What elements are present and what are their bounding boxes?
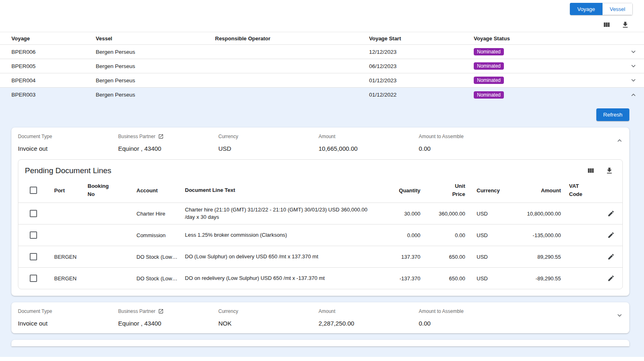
table-row[interactable]: BPER005 Bergen Perseus 06/12/2023 Nomina…	[0, 59, 644, 73]
unit-price-cell: 360,000.00	[420, 211, 465, 217]
status-badge: Nominated	[474, 77, 504, 84]
port-column-header: Port	[54, 187, 88, 194]
currency-value: USD	[218, 145, 319, 152]
vat-code-column-header: VAT Code	[561, 182, 600, 198]
top-bar: Voyage Vessel	[0, 0, 644, 18]
columns-icon[interactable]	[586, 166, 596, 176]
voyage-toggle-button[interactable]: Voyage	[570, 3, 602, 15]
port-cell: BERGEN	[54, 275, 88, 282]
status-badge: Nominated	[474, 62, 504, 70]
currency-column-header: Currency	[465, 187, 502, 194]
row-checkbox[interactable]	[30, 210, 37, 217]
currency-label: Currency	[218, 133, 319, 140]
edit-pencil-icon[interactable]	[606, 252, 616, 262]
pending-lines-header: Port Booking No Account Document Line Te…	[18, 178, 622, 203]
amount-column-header: Amount	[502, 187, 561, 194]
chevron-up-icon[interactable]	[615, 136, 624, 145]
voyage-cell: BPER003	[11, 92, 96, 98]
edit-pencil-icon[interactable]	[606, 209, 616, 218]
edit-pencil-icon[interactable]	[606, 230, 616, 240]
table-row[interactable]: BPER006 Bergen Perseus 12/12/2023 Nomina…	[0, 45, 644, 59]
document-card-partial	[11, 340, 629, 346]
amount-cell: 89,290.55	[502, 254, 561, 260]
row-checkbox[interactable]	[30, 253, 37, 260]
document-type-value: Invoice out	[18, 145, 118, 152]
vessel-cell: Bergen Perseus	[96, 92, 215, 98]
account-cell: DO Stock (Low…	[136, 275, 185, 282]
vessel-toggle-button[interactable]: Vessel	[602, 3, 633, 15]
currency-cell: USD	[465, 254, 502, 260]
vessel-cell: Bergen Perseus	[96, 77, 215, 84]
voyage-column-header: Voyage	[11, 35, 96, 42]
document-type-label: Document Type	[18, 308, 118, 315]
quantity-column-header: Quantity	[382, 187, 420, 194]
view-toggle-group: Voyage Vessel	[570, 3, 633, 15]
pending-lines-title: Pending Document Lines	[25, 166, 111, 175]
vessel-column-header: Vessel	[96, 35, 215, 42]
chevron-down-icon[interactable]	[629, 61, 638, 71]
quantity-cell: -137.370	[382, 275, 420, 282]
select-all-checkbox[interactable]	[30, 187, 37, 194]
unit-price-column-header: Unit Price	[420, 182, 465, 198]
voyage-cell: BPER004	[11, 77, 96, 84]
status-badge: Nominated	[474, 48, 504, 55]
download-icon[interactable]	[604, 166, 614, 176]
currency-cell: USD	[465, 232, 502, 238]
chevron-down-icon[interactable]	[629, 75, 638, 85]
status-badge: Nominated	[474, 91, 504, 99]
voyage-start-cell: 01/12/2022	[369, 92, 474, 98]
download-icon[interactable]	[620, 20, 630, 30]
document-line-row: Charter Hire Charter hire (21:10 (GMT) 3…	[18, 203, 622, 224]
chevron-down-icon[interactable]	[629, 47, 638, 57]
amount-cell: -135,000.00	[502, 232, 561, 238]
amount-cell: -89,290.55	[502, 275, 561, 282]
amount-to-assemble-label: Amount to Assemble	[419, 308, 519, 315]
vessel-cell: Bergen Perseus	[96, 63, 215, 69]
table-row-expanded[interactable]: BPER003 Bergen Perseus 01/12/2022 Nomina…	[0, 88, 644, 102]
row-checkbox[interactable]	[30, 231, 37, 239]
voyage-start-cell: 06/12/2023	[369, 63, 474, 69]
voyage-table: Voyage Vessel Responsible Operator Voyag…	[0, 32, 644, 102]
voyage-start-cell: 01/12/2023	[369, 77, 474, 84]
currency-value: NOK	[218, 320, 319, 327]
currency-cell: USD	[465, 275, 502, 282]
edit-pencil-icon[interactable]	[606, 273, 616, 283]
voyage-cell: BPER005	[11, 63, 96, 69]
line-text-cell: Charter hire (21:10 (GMT) 31/12/22 - 21:…	[185, 206, 382, 221]
amount-value: 2,287,250.00	[319, 320, 419, 327]
document-line-row: Commission Less 1.25% broker commission …	[18, 224, 622, 246]
booking-no-column-header: Booking No	[88, 182, 136, 198]
amount-cell: 10,800,000.00	[502, 211, 561, 217]
business-partner-label: Business Partner	[118, 134, 155, 139]
currency-cell: USD	[465, 211, 502, 217]
account-column-header: Account	[136, 187, 185, 194]
open-in-new-icon[interactable]	[158, 134, 164, 139]
refresh-button[interactable]: Refresh	[596, 108, 629, 121]
voyage-start-cell: 12/12/2023	[369, 49, 474, 55]
unit-price-cell: 650.00	[420, 254, 465, 260]
voyage-cell: BPER006	[11, 49, 96, 55]
unit-price-cell: 0.00	[420, 232, 465, 238]
chevron-down-icon[interactable]	[615, 311, 624, 319]
line-text-cell: DO on redelivery (Low Sulphur) USD 650 /…	[185, 275, 382, 282]
table-row[interactable]: BPER004 Bergen Perseus 01/12/2023 Nomina…	[0, 73, 644, 88]
document-card-usd: Document Type Invoice out Business Partn…	[11, 128, 629, 296]
business-partner-value: Equinor , 43400	[118, 320, 218, 327]
port-cell: BERGEN	[54, 254, 88, 260]
voyage-status-column-header: Voyage Status	[474, 35, 624, 42]
chevron-up-icon[interactable]	[629, 90, 638, 100]
quantity-cell: 137.370	[382, 254, 420, 260]
open-in-new-icon[interactable]	[158, 308, 164, 314]
document-type-label: Document Type	[18, 133, 118, 140]
amount-value: 10,665,000.00	[319, 145, 419, 152]
account-cell: DO Stock (Low…	[136, 254, 185, 260]
quantity-cell: 30.000	[382, 211, 420, 217]
document-card-nok: Document Type Invoice out Business Partn…	[11, 302, 629, 333]
amount-label: Amount	[319, 133, 419, 140]
voyage-start-column-header: Voyage Start	[369, 35, 474, 42]
account-cell: Charter Hire	[136, 211, 185, 217]
voyage-detail-panel: Refresh Document Type Invoice out Busine…	[0, 102, 644, 357]
amount-label: Amount	[319, 308, 419, 315]
row-checkbox[interactable]	[30, 275, 37, 282]
columns-icon[interactable]	[602, 20, 611, 30]
